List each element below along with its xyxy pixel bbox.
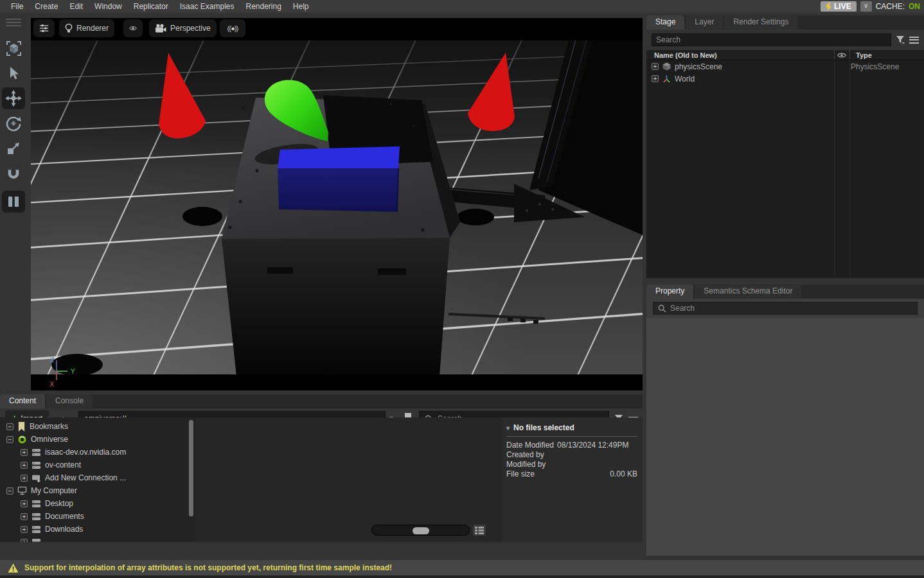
rotate-tool-button[interactable] [2,112,25,134]
toolbar-drag-handle[interactable] [6,17,21,28]
xform-icon [662,74,671,83]
stage-row-world[interactable]: World [646,73,924,85]
filter-icon[interactable] [896,35,905,44]
axis-x-label: X [49,381,54,388]
tab-render-settings[interactable]: Render Settings [724,15,797,30]
expand-icon[interactable] [21,449,28,456]
capture-button[interactable]: ((●)) [220,19,245,37]
visibility-button[interactable] [123,19,143,37]
select-mode-icon [5,40,22,57]
stage-tabbar: Stage Layer Render Settings [646,15,924,30]
menu-window[interactable]: Window [89,2,128,11]
menu-isaac-examples[interactable]: Isaac Examples [174,2,240,11]
drive-icon [31,500,41,508]
menu-file[interactable]: File [5,2,29,11]
details-header[interactable]: No files selected [506,421,637,434]
pause-button[interactable] [2,191,25,213]
thumbnail-size-slider[interactable] [371,525,470,536]
server-icon [31,448,41,457]
renderer-label: Renderer [76,24,109,33]
view-mode-button[interactable] [473,525,486,536]
tree-item-desktop[interactable]: Desktop [0,497,195,510]
cursor-select-button[interactable] [2,62,25,84]
list-view-icon [475,527,484,534]
expand-icon[interactable] [21,475,28,482]
collapse-icon[interactable] [6,436,13,443]
expand-icon[interactable] [21,513,28,520]
tree-item-my-computer[interactable]: My Computer [0,484,195,497]
slider-handle[interactable] [413,527,429,534]
expand-icon[interactable] [652,75,659,82]
prim-type: PhysicsScene [851,62,899,71]
blue-cube [278,146,400,212]
stage-search-input[interactable] [652,33,891,46]
live-label: LIVE [834,2,851,11]
expand-icon[interactable] [21,526,28,533]
tree-scrollbar[interactable] [189,420,193,516]
tree-item-label: My Computer [31,486,77,495]
drive-icon [31,512,41,521]
renderer-button[interactable]: Renderer [59,19,114,37]
tab-content[interactable]: Content [0,394,45,408]
stage-options-icon[interactable] [909,35,919,45]
tab-layer[interactable]: Layer [686,15,723,30]
detail-date-modified: Date Modified 08/13/2024 12:49PM [506,440,637,450]
expand-icon[interactable] [21,500,28,507]
shadow-right [457,209,494,225]
expand-icon[interactable] [21,462,28,469]
detail-file-size: File size 0.00 KB [506,469,637,478]
menu-edit[interactable]: Edit [64,2,89,11]
scale-tool-button[interactable] [2,137,25,159]
menu-replicator[interactable]: Replicator [128,2,174,11]
add-connection-icon [31,474,41,482]
camera-button[interactable]: Perspective [149,19,217,37]
pause-icon [6,195,21,209]
prim-name[interactable]: World [675,74,695,83]
collapse-icon[interactable] [6,423,13,430]
viewport-settings-button[interactable] [33,19,55,37]
rotate-icon [5,115,22,132]
stage-tree: physicsScene PhysicsScene World [646,60,924,278]
computer-icon [17,486,27,495]
snap-tool-button[interactable] [2,162,25,184]
tree-item-documents[interactable]: Documents [0,510,195,523]
tree-item-partial[interactable] [0,536,195,542]
prim-name[interactable]: physicsScene [675,62,722,71]
status-message: Support for interpolation of array attri… [24,563,392,572]
column-name[interactable]: Name (Old to New) [646,51,717,59]
tab-semantics-schema-editor[interactable]: Semantics Schema Editor [695,285,801,299]
menu-rendering[interactable]: Rendering [240,2,287,11]
shadow-left [182,207,222,226]
visibility-column-icon[interactable] [837,52,846,58]
file-grid-area[interactable] [196,417,501,542]
tab-console[interactable]: Console [46,394,93,408]
select-mode-button[interactable] [2,37,25,59]
live-button[interactable]: LIVE [821,1,857,12]
tree-item-ov-content[interactable]: ov-content [0,459,195,471]
live-dropdown-button[interactable]: ∨ [860,1,872,12]
tree-item-add-new-connection[interactable]: Add New Connection ... [0,471,195,484]
viewport-scene [31,18,643,390]
tree-item-isaac-dev[interactable]: isaac-dev.ov.nvidia.com [0,446,195,459]
bottom-strip [0,575,924,578]
tab-stage[interactable]: Stage [646,15,684,30]
property-search-input[interactable] [653,302,918,315]
tree-item-label: Add New Connection ... [45,473,126,482]
collapse-icon[interactable] [6,487,13,495]
cursor-icon [6,66,21,81]
axis-y-label: Y [71,368,75,375]
details-panel: No files selected Date Modified 08/13/20… [501,417,643,542]
expand-icon[interactable] [21,539,28,543]
tree-item-omniverse[interactable]: Omniverse [0,433,195,446]
menu-create[interactable]: Create [29,2,64,11]
viewport-3d[interactable]: Renderer Perspective ((●)) Z Y X [31,18,643,390]
expand-icon[interactable] [652,63,659,70]
stage-row-physicsscene[interactable]: physicsScene PhysicsScene [646,60,924,73]
tree-item-bookmarks[interactable]: Bookmarks [0,420,195,433]
tree-item-downloads[interactable]: Downloads [0,523,195,536]
move-tool-button[interactable] [2,87,25,109]
column-type[interactable]: Type [856,51,872,59]
menu-help[interactable]: Help [287,2,315,11]
cache-status: ON [909,2,920,11]
tab-property[interactable]: Property [646,285,693,299]
